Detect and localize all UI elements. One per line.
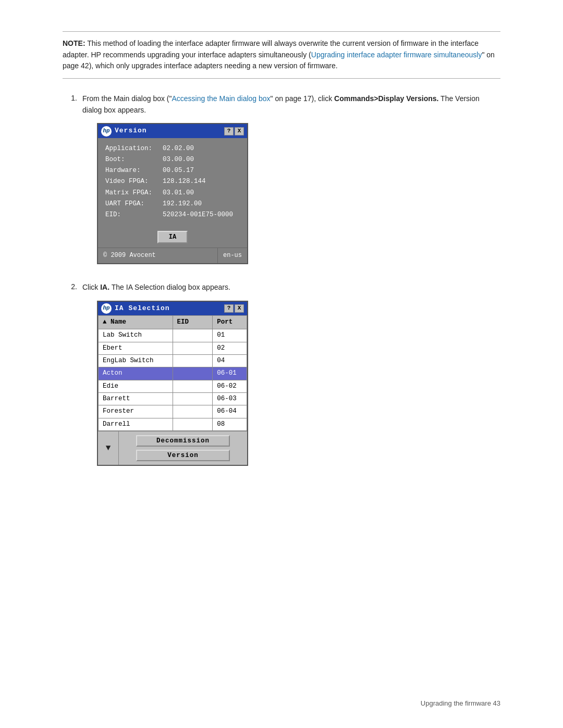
table-row[interactable]: Lab Switch 01 [99, 329, 247, 342]
version-value-video: 128.128.144 [163, 176, 206, 187]
version-footer: © 2009 Avocent en-us [98, 248, 247, 263]
version-value-uart: 192.192.00 [163, 199, 202, 209]
version-value-app: 02.02.00 [163, 143, 194, 154]
version-help-btn[interactable]: ? [224, 127, 234, 135]
version-value-matrix: 03.01.00 [163, 188, 194, 199]
version-label-app: Application: [105, 143, 163, 154]
step-2-num: 2. [63, 282, 77, 291]
ia-scroll-area: ▲ Name EID Port Lab Switch [98, 315, 247, 431]
version-row-hw: Hardware: 00.05.17 [105, 165, 240, 176]
ia-selection-dialog: hp IA Selection ? X [97, 301, 248, 466]
version-win-btns: ? X [224, 127, 244, 135]
ia-button[interactable]: IA [157, 231, 188, 243]
row-eid [173, 380, 213, 392]
version-row-video: Video FPGA: 128.128.144 [105, 176, 240, 187]
scroll-down-arrow[interactable]: ▼ [98, 431, 119, 465]
row-eid [173, 405, 213, 418]
decommission-btn-row: Decommission [119, 434, 247, 448]
version-title: Version [115, 126, 221, 136]
row-eid [173, 367, 213, 380]
ia-title: IA Selection [115, 303, 221, 314]
row-name: Ebert [99, 342, 173, 354]
version-footer-left: © 2009 Avocent [98, 248, 217, 263]
step-2: 2. Click IA. The IA Selection dialog box… [63, 282, 500, 473]
row-eid [173, 393, 213, 405]
row-name: Darrell [99, 418, 173, 430]
version-titlebar: hp Version ? X [98, 124, 247, 138]
col-header-name: ▲ Name [99, 315, 173, 329]
version-btn-row: Version [119, 448, 247, 463]
table-row[interactable]: Darrell 08 [99, 418, 247, 430]
version-content: Application: 02.02.00 Boot: 03.00.00 Har… [98, 138, 247, 226]
ia-help-btn[interactable]: ? [224, 304, 234, 313]
row-eid [173, 418, 213, 430]
version-label-hw: Hardware: [105, 165, 163, 176]
hp-logo-version: hp [101, 126, 112, 137]
version-footer-right: en-us [217, 248, 247, 263]
footer-text: Upgrading the firmware 43 [421, 699, 500, 707]
row-port: 08 [213, 418, 247, 430]
row-name: Edie [99, 380, 173, 392]
row-name: Lab Switch [99, 329, 173, 342]
version-row-app: Application: 02.02.00 [105, 143, 240, 154]
version-value-boot: 03.00.00 [163, 154, 194, 165]
ia-buttons-area: Decommission Version [119, 431, 247, 465]
version-label-video: Video FPGA: [105, 176, 163, 187]
row-name: EngLab Switch [99, 354, 173, 367]
row-port: 06-04 [213, 405, 247, 418]
version-label-matrix: Matrix FPGA: [105, 188, 163, 199]
note-page: 42 [81, 61, 89, 70]
step2-bold: IA. [100, 283, 109, 291]
note-label: NOTE: [63, 39, 85, 47]
row-name: Barrett [99, 393, 173, 405]
steps-list: 1. From the Main dialog box ("Accessing … [63, 93, 500, 473]
table-row-selected[interactable]: Acton 06-01 [99, 367, 247, 380]
version-value-eid: 520234-001E75-0000 [163, 209, 233, 220]
step1-bold: Commands>Display Versions. [334, 94, 438, 103]
row-port: 06-03 [213, 393, 247, 405]
ia-table: ▲ Name EID Port Lab Switch [98, 315, 247, 431]
row-port: 06-02 [213, 380, 247, 392]
decommission-button[interactable]: Decommission [136, 435, 230, 447]
row-port: 06-01 [213, 367, 247, 380]
step1-link[interactable]: Accessing the Main dialog box [172, 94, 271, 103]
row-eid [173, 354, 213, 367]
table-row[interactable]: EngLab Switch 04 [99, 354, 247, 367]
row-port: 02 [213, 342, 247, 354]
ia-version-button[interactable]: Version [136, 450, 230, 461]
version-value-hw: 00.05.17 [163, 165, 194, 176]
note-box: NOTE: This method of loading the interfa… [63, 31, 500, 79]
page-footer: Upgrading the firmware 43 [421, 699, 500, 707]
version-label-boot: Boot: [105, 154, 163, 165]
table-row[interactable]: Barrett 06-03 [99, 393, 247, 405]
row-name: Acton [99, 367, 173, 380]
ia-table-wrap: ▲ Name EID Port Lab Switch [98, 315, 247, 431]
ia-titlebar: hp IA Selection ? X [98, 302, 247, 315]
version-row-uart: UART FPGA: 192.192.00 [105, 199, 240, 209]
ia-win-btns: ? X [224, 304, 244, 313]
step-1: 1. From the Main dialog box ("Accessing … [63, 93, 500, 272]
version-label-uart: UART FPGA: [105, 199, 163, 209]
note-link[interactable]: Upgrading interface adapter firmware sim… [311, 51, 482, 59]
row-eid [173, 342, 213, 354]
step-2-body: Click IA. The IA Selection dialog box ap… [82, 282, 500, 473]
table-row[interactable]: Forester 06-04 [99, 405, 247, 418]
row-port: 01 [213, 329, 247, 342]
step-1-body: From the Main dialog box ("Accessing the… [82, 93, 500, 272]
table-row[interactable]: Ebert 02 [99, 342, 247, 354]
version-close-btn[interactable]: X [235, 127, 244, 135]
row-eid [173, 329, 213, 342]
row-name: Forester [99, 405, 173, 418]
ia-close-btn[interactable]: X [235, 304, 244, 313]
hp-logo-ia: hp [101, 303, 112, 314]
version-btn-area: IA [98, 226, 247, 248]
row-port: 04 [213, 354, 247, 367]
version-row-eid: EID: 520234-001E75-0000 [105, 209, 240, 220]
version-dialog: hp Version ? X Application: 02.02.00 [97, 123, 248, 264]
table-row[interactable]: Edie 06-02 [99, 380, 247, 392]
step-1-num: 1. [63, 93, 77, 102]
col-header-port: Port [213, 315, 247, 329]
note-text3: ), which only upgrades interface adapter… [89, 61, 338, 70]
version-row-matrix: Matrix FPGA: 03.01.00 [105, 188, 240, 199]
col-header-eid: EID [173, 315, 213, 329]
